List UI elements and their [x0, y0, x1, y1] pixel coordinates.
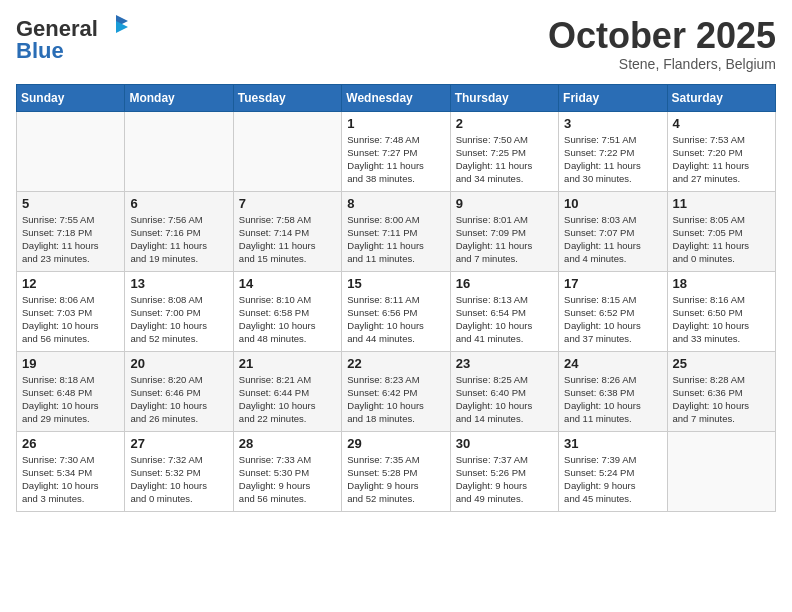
day-number: 10 — [564, 196, 661, 211]
weekday-header-friday: Friday — [559, 84, 667, 111]
day-info: Sunrise: 8:20 AM Sunset: 6:46 PM Dayligh… — [130, 373, 227, 426]
day-info: Sunrise: 7:55 AM Sunset: 7:18 PM Dayligh… — [22, 213, 119, 266]
day-info: Sunrise: 8:10 AM Sunset: 6:58 PM Dayligh… — [239, 293, 336, 346]
day-number: 16 — [456, 276, 553, 291]
day-number: 4 — [673, 116, 770, 131]
day-info: Sunrise: 7:48 AM Sunset: 7:27 PM Dayligh… — [347, 133, 444, 186]
calendar-cell: 24Sunrise: 8:26 AM Sunset: 6:38 PM Dayli… — [559, 351, 667, 431]
day-info: Sunrise: 7:33 AM Sunset: 5:30 PM Dayligh… — [239, 453, 336, 506]
calendar-cell: 5Sunrise: 7:55 AM Sunset: 7:18 PM Daylig… — [17, 191, 125, 271]
calendar-cell: 25Sunrise: 8:28 AM Sunset: 6:36 PM Dayli… — [667, 351, 775, 431]
day-info: Sunrise: 8:28 AM Sunset: 6:36 PM Dayligh… — [673, 373, 770, 426]
calendar-cell: 18Sunrise: 8:16 AM Sunset: 6:50 PM Dayli… — [667, 271, 775, 351]
title-block: October 2025 Stene, Flanders, Belgium — [548, 16, 776, 72]
day-number: 14 — [239, 276, 336, 291]
calendar-cell — [17, 111, 125, 191]
week-row-4: 26Sunrise: 7:30 AM Sunset: 5:34 PM Dayli… — [17, 431, 776, 511]
calendar-cell: 8Sunrise: 8:00 AM Sunset: 7:11 PM Daylig… — [342, 191, 450, 271]
month-title: October 2025 — [548, 16, 776, 56]
day-number: 20 — [130, 356, 227, 371]
day-info: Sunrise: 8:03 AM Sunset: 7:07 PM Dayligh… — [564, 213, 661, 266]
calendar-cell: 20Sunrise: 8:20 AM Sunset: 6:46 PM Dayli… — [125, 351, 233, 431]
day-number: 21 — [239, 356, 336, 371]
day-info: Sunrise: 7:39 AM Sunset: 5:24 PM Dayligh… — [564, 453, 661, 506]
weekday-header-saturday: Saturday — [667, 84, 775, 111]
day-number: 6 — [130, 196, 227, 211]
day-number: 9 — [456, 196, 553, 211]
calendar-cell: 7Sunrise: 7:58 AM Sunset: 7:14 PM Daylig… — [233, 191, 341, 271]
day-number: 8 — [347, 196, 444, 211]
logo: General Blue — [16, 16, 130, 64]
day-number: 27 — [130, 436, 227, 451]
calendar-cell: 9Sunrise: 8:01 AM Sunset: 7:09 PM Daylig… — [450, 191, 558, 271]
calendar-cell: 22Sunrise: 8:23 AM Sunset: 6:42 PM Dayli… — [342, 351, 450, 431]
day-info: Sunrise: 8:26 AM Sunset: 6:38 PM Dayligh… — [564, 373, 661, 426]
calendar-cell: 21Sunrise: 8:21 AM Sunset: 6:44 PM Dayli… — [233, 351, 341, 431]
calendar-cell: 3Sunrise: 7:51 AM Sunset: 7:22 PM Daylig… — [559, 111, 667, 191]
day-info: Sunrise: 7:37 AM Sunset: 5:26 PM Dayligh… — [456, 453, 553, 506]
week-row-3: 19Sunrise: 8:18 AM Sunset: 6:48 PM Dayli… — [17, 351, 776, 431]
day-number: 3 — [564, 116, 661, 131]
calendar-cell: 15Sunrise: 8:11 AM Sunset: 6:56 PM Dayli… — [342, 271, 450, 351]
day-number: 28 — [239, 436, 336, 451]
calendar-cell: 17Sunrise: 8:15 AM Sunset: 6:52 PM Dayli… — [559, 271, 667, 351]
calendar-cell: 23Sunrise: 8:25 AM Sunset: 6:40 PM Dayli… — [450, 351, 558, 431]
calendar-cell: 29Sunrise: 7:35 AM Sunset: 5:28 PM Dayli… — [342, 431, 450, 511]
weekday-header-row: SundayMondayTuesdayWednesdayThursdayFrid… — [17, 84, 776, 111]
day-number: 11 — [673, 196, 770, 211]
day-number: 15 — [347, 276, 444, 291]
calendar-cell: 11Sunrise: 8:05 AM Sunset: 7:05 PM Dayli… — [667, 191, 775, 271]
logo-flag-icon — [102, 13, 130, 41]
week-row-1: 5Sunrise: 7:55 AM Sunset: 7:18 PM Daylig… — [17, 191, 776, 271]
weekday-header-wednesday: Wednesday — [342, 84, 450, 111]
location-subtitle: Stene, Flanders, Belgium — [548, 56, 776, 72]
day-info: Sunrise: 8:00 AM Sunset: 7:11 PM Dayligh… — [347, 213, 444, 266]
week-row-2: 12Sunrise: 8:06 AM Sunset: 7:03 PM Dayli… — [17, 271, 776, 351]
day-info: Sunrise: 8:23 AM Sunset: 6:42 PM Dayligh… — [347, 373, 444, 426]
day-info: Sunrise: 7:35 AM Sunset: 5:28 PM Dayligh… — [347, 453, 444, 506]
day-info: Sunrise: 8:16 AM Sunset: 6:50 PM Dayligh… — [673, 293, 770, 346]
day-number: 17 — [564, 276, 661, 291]
day-number: 1 — [347, 116, 444, 131]
day-number: 2 — [456, 116, 553, 131]
calendar-cell: 13Sunrise: 8:08 AM Sunset: 7:00 PM Dayli… — [125, 271, 233, 351]
day-info: Sunrise: 8:15 AM Sunset: 6:52 PM Dayligh… — [564, 293, 661, 346]
weekday-header-thursday: Thursday — [450, 84, 558, 111]
day-info: Sunrise: 7:53 AM Sunset: 7:20 PM Dayligh… — [673, 133, 770, 186]
day-number: 24 — [564, 356, 661, 371]
calendar-cell: 4Sunrise: 7:53 AM Sunset: 7:20 PM Daylig… — [667, 111, 775, 191]
day-number: 22 — [347, 356, 444, 371]
day-number: 5 — [22, 196, 119, 211]
weekday-header-monday: Monday — [125, 84, 233, 111]
calendar-cell — [667, 431, 775, 511]
day-number: 25 — [673, 356, 770, 371]
day-number: 23 — [456, 356, 553, 371]
calendar-cell: 31Sunrise: 7:39 AM Sunset: 5:24 PM Dayli… — [559, 431, 667, 511]
day-info: Sunrise: 7:30 AM Sunset: 5:34 PM Dayligh… — [22, 453, 119, 506]
day-info: Sunrise: 8:13 AM Sunset: 6:54 PM Dayligh… — [456, 293, 553, 346]
calendar-cell: 26Sunrise: 7:30 AM Sunset: 5:34 PM Dayli… — [17, 431, 125, 511]
day-info: Sunrise: 8:11 AM Sunset: 6:56 PM Dayligh… — [347, 293, 444, 346]
calendar-cell: 10Sunrise: 8:03 AM Sunset: 7:07 PM Dayli… — [559, 191, 667, 271]
day-info: Sunrise: 7:50 AM Sunset: 7:25 PM Dayligh… — [456, 133, 553, 186]
calendar-cell — [125, 111, 233, 191]
day-number: 7 — [239, 196, 336, 211]
day-info: Sunrise: 8:18 AM Sunset: 6:48 PM Dayligh… — [22, 373, 119, 426]
weekday-header-sunday: Sunday — [17, 84, 125, 111]
calendar-cell: 14Sunrise: 8:10 AM Sunset: 6:58 PM Dayli… — [233, 271, 341, 351]
day-info: Sunrise: 8:05 AM Sunset: 7:05 PM Dayligh… — [673, 213, 770, 266]
day-number: 29 — [347, 436, 444, 451]
calendar-cell: 2Sunrise: 7:50 AM Sunset: 7:25 PM Daylig… — [450, 111, 558, 191]
day-number: 26 — [22, 436, 119, 451]
day-number: 19 — [22, 356, 119, 371]
calendar-cell: 19Sunrise: 8:18 AM Sunset: 6:48 PM Dayli… — [17, 351, 125, 431]
calendar-cell: 27Sunrise: 7:32 AM Sunset: 5:32 PM Dayli… — [125, 431, 233, 511]
day-info: Sunrise: 7:56 AM Sunset: 7:16 PM Dayligh… — [130, 213, 227, 266]
calendar-cell: 16Sunrise: 8:13 AM Sunset: 6:54 PM Dayli… — [450, 271, 558, 351]
day-info: Sunrise: 7:51 AM Sunset: 7:22 PM Dayligh… — [564, 133, 661, 186]
calendar-cell: 28Sunrise: 7:33 AM Sunset: 5:30 PM Dayli… — [233, 431, 341, 511]
calendar-cell: 1Sunrise: 7:48 AM Sunset: 7:27 PM Daylig… — [342, 111, 450, 191]
day-info: Sunrise: 8:06 AM Sunset: 7:03 PM Dayligh… — [22, 293, 119, 346]
day-info: Sunrise: 7:32 AM Sunset: 5:32 PM Dayligh… — [130, 453, 227, 506]
day-info: Sunrise: 8:08 AM Sunset: 7:00 PM Dayligh… — [130, 293, 227, 346]
